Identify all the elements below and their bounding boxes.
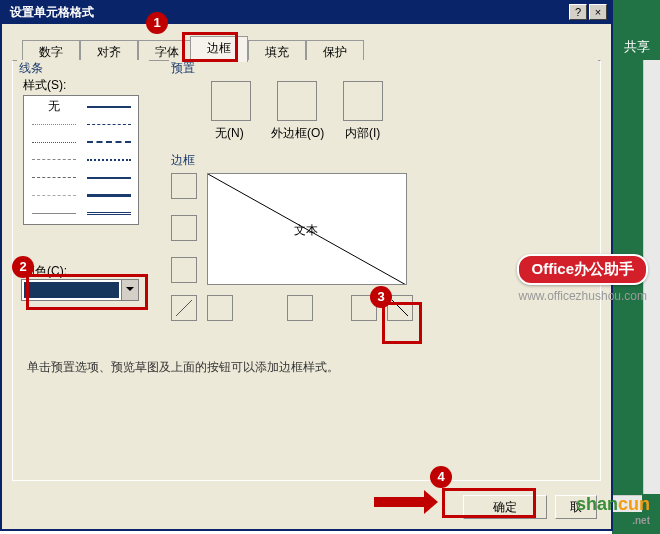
style-opt[interactable] (26, 169, 81, 187)
arrow-icon (374, 490, 438, 514)
border-preview[interactable]: 文本 (207, 173, 407, 285)
tab-font[interactable]: 字体 (138, 40, 196, 62)
close-button[interactable]: × (589, 4, 607, 20)
callout-1: 1 (146, 12, 168, 34)
style-label: 样式(S): (23, 77, 66, 94)
callout-4: 4 (430, 466, 452, 488)
line-group: 线条 样式(S): 无 颜色(C): (15, 67, 147, 327)
tab-border[interactable]: 边框 (190, 36, 248, 62)
border-diag-up-button[interactable] (171, 295, 197, 321)
preset-inside-label: 内部(I) (345, 125, 380, 142)
watermark-brand: Office办公助手 www.officezhushou.com (517, 254, 648, 303)
preset-none-button[interactable] (211, 81, 251, 121)
dialog-title: 设置单元格格式 (6, 4, 567, 21)
preview-text: 文本 (294, 222, 318, 239)
preset-none-label: 无(N) (215, 125, 244, 142)
style-opt[interactable] (81, 204, 136, 222)
preset-outline-button[interactable] (277, 81, 317, 121)
style-opt[interactable] (81, 151, 136, 169)
preset-outline-label: 外边框(O) (271, 125, 324, 142)
color-picker[interactable] (21, 279, 139, 301)
line-style-picker[interactable]: 无 (23, 95, 139, 225)
border-mid-h-button[interactable] (171, 215, 197, 241)
style-opt[interactable] (81, 187, 136, 205)
style-opt[interactable] (26, 133, 81, 151)
style-opt[interactable] (81, 133, 136, 151)
color-swatch (24, 282, 119, 298)
style-opt[interactable] (26, 151, 81, 169)
tab-strip: 数字 对齐 字体 边框 填充 保护 (12, 34, 601, 62)
line-group-label: 线条 (17, 60, 149, 77)
preset-inside-button[interactable] (343, 81, 383, 121)
border-mid-v-button[interactable] (287, 295, 313, 321)
border-bottom-button[interactable] (171, 257, 197, 283)
style-none[interactable]: 无 (26, 98, 81, 116)
preset-group: 预置 无(N) 外边框(O) 内部(I) (167, 67, 596, 157)
callout-2: 2 (12, 256, 34, 278)
preset-group-label: 预置 (169, 60, 598, 77)
tab-fill[interactable]: 填充 (248, 40, 306, 62)
style-opt[interactable] (26, 187, 81, 205)
style-opt[interactable] (26, 116, 81, 134)
watermark-logo: shancun .net (576, 494, 650, 526)
style-opt[interactable] (81, 116, 136, 134)
help-button[interactable]: ? (569, 4, 587, 20)
tab-protection[interactable]: 保护 (306, 40, 364, 62)
style-opt[interactable] (81, 169, 136, 187)
share-label[interactable]: 共享 (624, 38, 650, 56)
style-opt[interactable] (81, 98, 136, 116)
style-opt[interactable] (26, 204, 81, 222)
chevron-down-icon[interactable] (121, 280, 138, 300)
tab-number[interactable]: 数字 (22, 40, 80, 62)
svg-line-2 (392, 300, 408, 316)
svg-line-1 (176, 300, 192, 316)
ok-button[interactable]: 确定 (463, 495, 547, 519)
hint-text: 单击预置选项、预览草图及上面的按钮可以添加边框样式。 (27, 359, 339, 376)
border-group-label: 边框 (169, 152, 598, 169)
border-left-button[interactable] (207, 295, 233, 321)
tab-alignment[interactable]: 对齐 (80, 40, 138, 62)
border-tab-panel: 线条 样式(S): 无 颜色(C): (12, 60, 601, 481)
border-top-button[interactable] (171, 173, 197, 199)
callout-3: 3 (370, 286, 392, 308)
titlebar[interactable]: 设置单元格格式 ? × (2, 0, 611, 24)
